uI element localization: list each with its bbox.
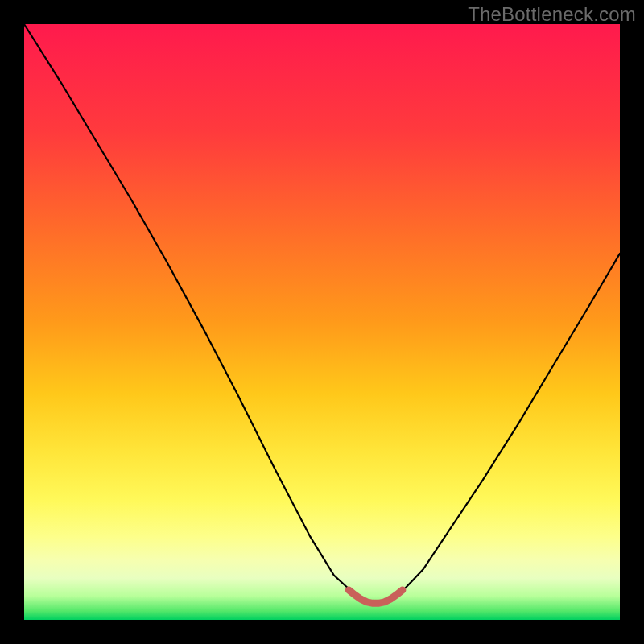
plot-area (24, 24, 620, 620)
watermark-text: TheBottleneck.com (468, 3, 636, 26)
bottleneck-curve (24, 24, 620, 602)
chart-frame: TheBottleneck.com (0, 0, 644, 644)
curve-layer (24, 24, 620, 620)
flat-bottom-highlight (349, 590, 402, 603)
